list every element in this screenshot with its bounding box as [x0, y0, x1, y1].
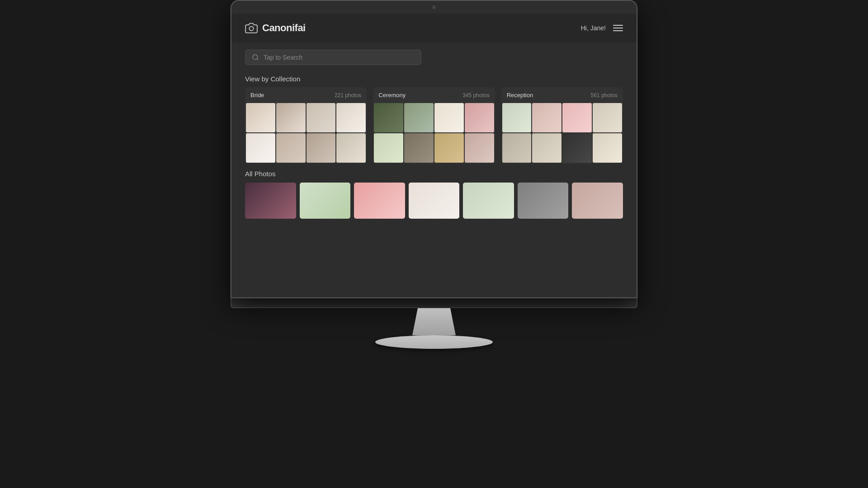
collection-card-bride[interactable]: Bride 221 photos [245, 87, 367, 164]
all-photos-title: All Photos [245, 170, 276, 178]
search-bar-container: Tap to Search [231, 42, 637, 69]
thumb [404, 103, 434, 132]
app-container: Canonifai Hi, Jane! [231, 14, 637, 297]
menu-line-3 [613, 30, 623, 31]
webcam-dot [432, 5, 436, 9]
menu-line-1 [613, 25, 623, 26]
collection-name-reception: Reception [507, 92, 533, 99]
thumb [307, 103, 336, 132]
collection-header-ceremony: Ceremony 345 photos [373, 87, 495, 103]
collections-row: Bride 221 photos [231, 87, 637, 164]
all-photo-item[interactable] [409, 183, 460, 219]
app-logo-text: Canonifai [262, 22, 306, 34]
collection-count-ceremony: 345 photos [462, 92, 489, 99]
search-placeholder-text: Tap to Search [264, 54, 302, 61]
collection-name-bride: Bride [250, 92, 264, 99]
all-photo-item[interactable] [300, 183, 351, 219]
thumb [562, 103, 592, 132]
search-bar[interactable]: Tap to Search [245, 50, 421, 65]
collection-grid-bride [245, 103, 367, 164]
thumb [434, 103, 464, 132]
all-photo-item[interactable] [463, 183, 514, 219]
header-right: Hi, Jane! [581, 24, 623, 32]
svg-point-0 [249, 27, 253, 31]
all-photo-item[interactable] [245, 183, 296, 219]
thumb [336, 133, 366, 163]
svg-line-2 [257, 59, 258, 60]
collection-card-reception[interactable]: Reception 561 photos [501, 87, 623, 164]
collection-count-bride: 221 photos [335, 92, 361, 99]
collection-header-bride: Bride 221 photos [245, 87, 367, 103]
all-photo-item[interactable] [518, 183, 569, 219]
monitor-wrapper: Canonifai Hi, Jane! [231, 0, 637, 488]
thumb [246, 103, 275, 132]
thumb [532, 133, 561, 163]
all-photo-item[interactable] [354, 183, 405, 219]
thumb [502, 133, 532, 163]
thumb [465, 133, 494, 163]
thumb [336, 103, 366, 132]
collection-count-reception: 561 photos [591, 92, 618, 99]
collection-card-ceremony[interactable]: Ceremony 345 photos [373, 87, 495, 164]
all-photo-item[interactable] [572, 183, 623, 219]
monitor-stand-base [375, 335, 493, 349]
thumb [276, 103, 306, 132]
thumb [246, 133, 275, 163]
camera-logo-icon [245, 22, 258, 34]
all-photos-section-header: All Photos [231, 164, 637, 183]
thumb [502, 103, 532, 132]
thumb [374, 103, 403, 132]
thumb [465, 103, 494, 132]
collections-section-title: View by Collection [231, 69, 637, 87]
logo-area: Canonifai [245, 22, 306, 34]
thumb [307, 133, 336, 163]
all-photos-grid [231, 183, 637, 219]
app-header: Canonifai Hi, Jane! [231, 14, 637, 42]
menu-line-2 [613, 28, 623, 28]
monitor-bezel-top [231, 1, 637, 14]
collection-header-reception: Reception 561 photos [501, 87, 623, 103]
thumb [276, 133, 306, 163]
collection-grid-ceremony [373, 103, 495, 164]
search-icon [252, 54, 259, 61]
thumb [593, 103, 622, 132]
monitor-frame: Canonifai Hi, Jane! [231, 0, 637, 298]
thumb [593, 133, 622, 163]
collection-name-ceremony: Ceremony [378, 92, 406, 99]
thumb [562, 133, 592, 163]
thumb [532, 103, 561, 132]
user-greeting: Hi, Jane! [581, 24, 606, 32]
collection-grid-reception [501, 103, 623, 164]
svg-point-1 [253, 55, 258, 60]
monitor-stand-neck [407, 308, 461, 335]
monitor-chin [231, 298, 637, 308]
thumb [404, 133, 434, 163]
menu-button[interactable] [613, 25, 623, 31]
monitor-screen: Canonifai Hi, Jane! [231, 14, 637, 297]
thumb [434, 133, 464, 163]
thumb [374, 133, 403, 163]
